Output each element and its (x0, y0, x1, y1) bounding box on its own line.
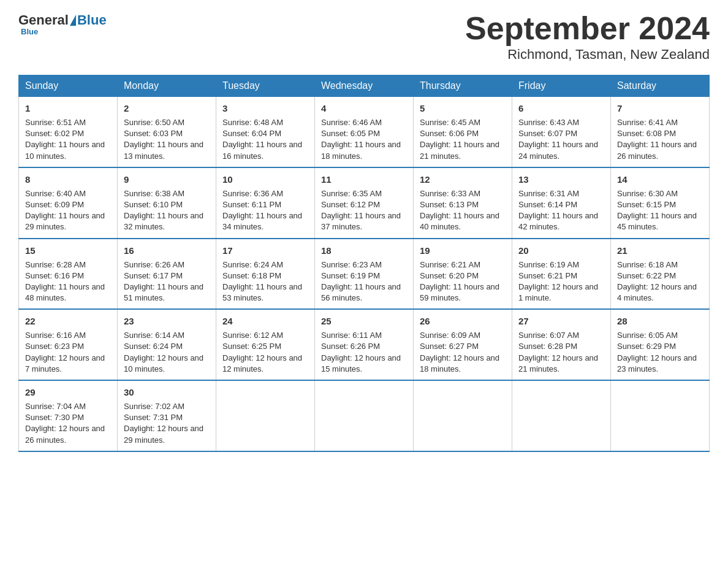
day-number: 10 (222, 173, 308, 186)
logo-blue-text: Blue (77, 12, 107, 28)
col-header-monday: Monday (118, 75, 216, 97)
calendar-day-cell: 15Sunrise: 6:28 AMSunset: 6:16 PMDayligh… (19, 239, 118, 310)
day-number: 1 (25, 102, 111, 115)
day-info: Sunrise: 6:46 AMSunset: 6:05 PMDaylight:… (321, 117, 407, 162)
calendar-day-cell: 27Sunrise: 6:07 AMSunset: 6:28 PMDayligh… (512, 309, 611, 380)
day-number: 27 (518, 315, 604, 327)
day-info: Sunrise: 6:05 AMSunset: 6:29 PMDaylight:… (617, 330, 703, 375)
day-info: Sunrise: 6:38 AMSunset: 6:10 PMDaylight:… (124, 188, 210, 233)
calendar-day-cell: 14Sunrise: 6:30 AMSunset: 6:15 PMDayligh… (611, 167, 710, 239)
calendar-day-cell: 23Sunrise: 6:14 AMSunset: 6:24 PMDayligh… (118, 309, 216, 380)
day-number: 20 (518, 244, 604, 257)
day-info: Sunrise: 6:33 AMSunset: 6:13 PMDaylight:… (420, 188, 506, 233)
calendar-day-cell: 2Sunrise: 6:50 AMSunset: 6:03 PMDaylight… (118, 97, 216, 167)
col-header-wednesday: Wednesday (315, 75, 414, 97)
calendar-week-row: 29Sunrise: 7:04 AMSunset: 7:30 PMDayligh… (19, 380, 710, 451)
month-title: September 2024 (465, 12, 710, 44)
calendar-day-cell: 25Sunrise: 6:11 AMSunset: 6:26 PMDayligh… (315, 309, 414, 380)
day-number: 18 (321, 244, 407, 257)
calendar-day-cell: 7Sunrise: 6:41 AMSunset: 6:08 PMDaylight… (611, 97, 710, 167)
day-info: Sunrise: 7:04 AMSunset: 7:30 PMDaylight:… (25, 401, 111, 446)
calendar-day-cell: 11Sunrise: 6:35 AMSunset: 6:12 PMDayligh… (315, 167, 414, 239)
day-info: Sunrise: 6:18 AMSunset: 6:22 PMDaylight:… (617, 259, 703, 304)
calendar-day-cell: 18Sunrise: 6:23 AMSunset: 6:19 PMDayligh… (315, 239, 414, 310)
calendar-day-cell: 8Sunrise: 6:40 AMSunset: 6:09 PMDaylight… (19, 167, 118, 239)
day-info: Sunrise: 6:30 AMSunset: 6:15 PMDaylight:… (617, 188, 703, 233)
calendar-empty-cell (414, 380, 512, 451)
day-number: 9 (124, 173, 210, 186)
calendar-day-cell: 12Sunrise: 6:33 AMSunset: 6:13 PMDayligh… (414, 167, 512, 239)
day-number: 12 (420, 173, 506, 186)
day-info: Sunrise: 6:28 AMSunset: 6:16 PMDaylight:… (25, 259, 111, 304)
day-number: 30 (124, 386, 210, 399)
calendar-empty-cell (512, 380, 611, 451)
day-info: Sunrise: 7:02 AMSunset: 7:31 PMDaylight:… (124, 401, 210, 446)
calendar-empty-cell (216, 380, 315, 451)
calendar-day-cell: 6Sunrise: 6:43 AMSunset: 6:07 PMDaylight… (512, 97, 611, 167)
location-text: Richmond, Tasman, New Zealand (465, 47, 710, 63)
logo-general-text: General (18, 12, 69, 28)
col-header-sunday: Sunday (19, 75, 118, 97)
day-number: 11 (321, 173, 407, 186)
day-number: 16 (124, 244, 210, 257)
day-info: Sunrise: 6:26 AMSunset: 6:17 PMDaylight:… (124, 259, 210, 304)
day-info: Sunrise: 6:43 AMSunset: 6:07 PMDaylight:… (518, 117, 604, 162)
logo-underline: Blue (21, 27, 38, 36)
calendar-week-row: 1Sunrise: 6:51 AMSunset: 6:02 PMDaylight… (19, 97, 710, 167)
title-block: September 2024 Richmond, Tasman, New Zea… (465, 12, 710, 63)
day-info: Sunrise: 6:11 AMSunset: 6:26 PMDaylight:… (321, 330, 407, 375)
day-number: 24 (222, 315, 308, 327)
calendar-day-cell: 22Sunrise: 6:16 AMSunset: 6:23 PMDayligh… (19, 309, 118, 380)
calendar-empty-cell (315, 380, 414, 451)
col-header-tuesday: Tuesday (216, 75, 315, 97)
day-number: 26 (420, 315, 506, 327)
day-number: 14 (617, 173, 703, 186)
calendar-day-cell: 20Sunrise: 6:19 AMSunset: 6:21 PMDayligh… (512, 239, 611, 310)
calendar-day-cell: 24Sunrise: 6:12 AMSunset: 6:25 PMDayligh… (216, 309, 315, 380)
day-number: 3 (222, 102, 308, 115)
day-info: Sunrise: 6:50 AMSunset: 6:03 PMDaylight:… (124, 117, 210, 162)
day-info: Sunrise: 6:35 AMSunset: 6:12 PMDaylight:… (321, 188, 407, 233)
calendar-header-row: SundayMondayTuesdayWednesdayThursdayFrid… (19, 75, 710, 97)
day-info: Sunrise: 6:51 AMSunset: 6:02 PMDaylight:… (25, 117, 111, 162)
calendar-day-cell: 19Sunrise: 6:21 AMSunset: 6:20 PMDayligh… (414, 239, 512, 310)
day-info: Sunrise: 6:40 AMSunset: 6:09 PMDaylight:… (25, 188, 111, 233)
day-number: 6 (518, 102, 604, 115)
day-number: 17 (222, 244, 308, 257)
calendar-week-row: 15Sunrise: 6:28 AMSunset: 6:16 PMDayligh… (19, 239, 710, 310)
day-info: Sunrise: 6:16 AMSunset: 6:23 PMDaylight:… (25, 330, 111, 375)
calendar-day-cell: 9Sunrise: 6:38 AMSunset: 6:10 PMDaylight… (118, 167, 216, 239)
calendar-day-cell: 5Sunrise: 6:45 AMSunset: 6:06 PMDaylight… (414, 97, 512, 167)
day-info: Sunrise: 6:31 AMSunset: 6:14 PMDaylight:… (518, 188, 604, 233)
day-info: Sunrise: 6:24 AMSunset: 6:18 PMDaylight:… (222, 259, 308, 304)
col-header-saturday: Saturday (611, 75, 710, 97)
day-number: 2 (124, 102, 210, 115)
day-info: Sunrise: 6:48 AMSunset: 6:04 PMDaylight:… (222, 117, 308, 162)
calendar-day-cell: 13Sunrise: 6:31 AMSunset: 6:14 PMDayligh… (512, 167, 611, 239)
day-info: Sunrise: 6:21 AMSunset: 6:20 PMDaylight:… (420, 259, 506, 304)
day-info: Sunrise: 6:45 AMSunset: 6:06 PMDaylight:… (420, 117, 506, 162)
day-info: Sunrise: 6:14 AMSunset: 6:24 PMDaylight:… (124, 330, 210, 375)
day-number: 25 (321, 315, 407, 327)
logo-triangle-icon (70, 15, 76, 26)
day-info: Sunrise: 6:09 AMSunset: 6:27 PMDaylight:… (420, 330, 506, 375)
day-info: Sunrise: 6:36 AMSunset: 6:11 PMDaylight:… (222, 188, 308, 233)
day-number: 22 (25, 315, 111, 327)
day-number: 5 (420, 102, 506, 115)
day-number: 4 (321, 102, 407, 115)
page-header: General Blue Blue September 2024 Richmon… (18, 12, 710, 63)
calendar-empty-cell (611, 380, 710, 451)
calendar-day-cell: 10Sunrise: 6:36 AMSunset: 6:11 PMDayligh… (216, 167, 315, 239)
calendar-day-cell: 30Sunrise: 7:02 AMSunset: 7:31 PMDayligh… (118, 380, 216, 451)
calendar-day-cell: 16Sunrise: 6:26 AMSunset: 6:17 PMDayligh… (118, 239, 216, 310)
calendar-week-row: 22Sunrise: 6:16 AMSunset: 6:23 PMDayligh… (19, 309, 710, 380)
day-info: Sunrise: 6:07 AMSunset: 6:28 PMDaylight:… (518, 330, 604, 375)
calendar-week-row: 8Sunrise: 6:40 AMSunset: 6:09 PMDaylight… (19, 167, 710, 239)
calendar-day-cell: 1Sunrise: 6:51 AMSunset: 6:02 PMDaylight… (19, 97, 118, 167)
calendar-day-cell: 4Sunrise: 6:46 AMSunset: 6:05 PMDaylight… (315, 97, 414, 167)
calendar-day-cell: 29Sunrise: 7:04 AMSunset: 7:30 PMDayligh… (19, 380, 118, 451)
logo: General Blue Blue (18, 12, 107, 36)
day-number: 7 (617, 102, 703, 115)
calendar-day-cell: 3Sunrise: 6:48 AMSunset: 6:04 PMDaylight… (216, 97, 315, 167)
calendar-day-cell: 17Sunrise: 6:24 AMSunset: 6:18 PMDayligh… (216, 239, 315, 310)
